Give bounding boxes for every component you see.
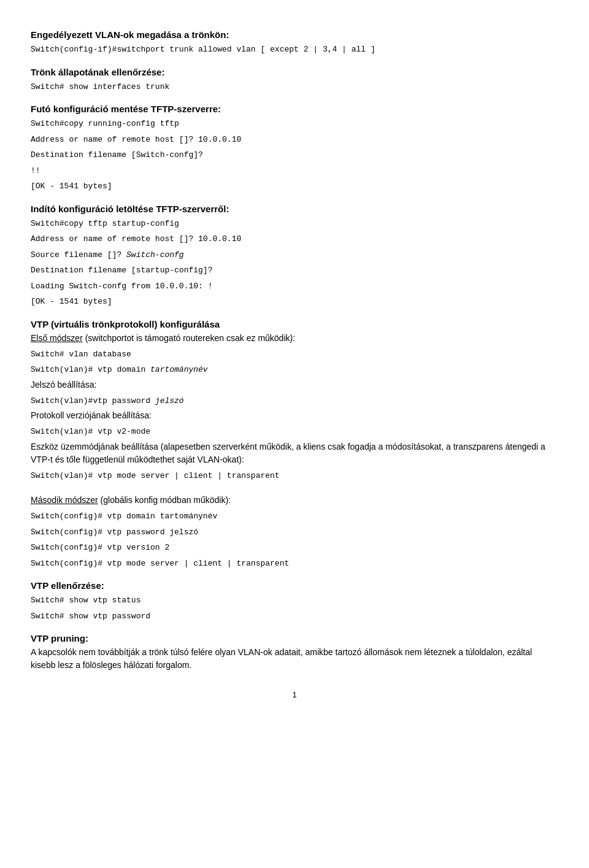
tftp-load-line5: Loading Switch-confg from 10.0.0.10: ! [31,279,558,293]
trunk-check-line1: Switch# show interfaces trunk [31,80,558,93]
vtp-m1-line1: Switch# vlan database [31,347,558,361]
vtp-m2-line3: Switch(config)# vtp version 2 [31,540,558,554]
vtp-m1-eszkolabel: Eszköz üzemmódjának beállítása (alapeset… [31,440,558,466]
vlan-allowed-line1: Switch(config-if)#switchport trunk allow… [31,42,558,56]
tftp-save-line1: Switch#copy running-config tftp [31,117,558,130]
tftp-load-code1: Switch#copy tftp startup-config [31,219,179,228]
tftp-load-code2: Address or name of remote host []? 10.0.… [31,234,241,244]
vtp-method1-label: Első módszer (switchportot is támogató r… [31,332,558,345]
vtp-m1-code1: Switch# vlan database [31,350,131,359]
section-vtp-pruning: VTP pruning: A kapcsolók nem továbbítják… [31,633,558,672]
section-tftp-load: Indító konfiguráció letöltése TFTP-szerv… [31,204,558,308]
page-number: 1 [31,690,558,699]
tftp-load-code6: [OK - 1541 bytes] [31,297,112,306]
vtp-method2-label: Második módszer (globális konfig módban … [31,494,558,507]
vtp-m2-code2: Switch(config)# vtp password jelszó [31,528,198,537]
vtp-m2-code3: Switch(config)# vtp version 2 [31,543,169,552]
vtp-check-line2: Switch# show vtp password [31,609,558,623]
heading-tftp-save: Futó konfiguráció mentése TFTP-szerverre… [31,104,558,114]
tftp-save-line4: !! [31,164,558,177]
tftp-load-line6: [OK - 1541 bytes] [31,294,558,308]
tftp-load-line3: Source filename []? Switch-confg [31,248,558,261]
tftp-save-code2: Address or name of remote host []? 10.0.… [31,135,241,144]
tftp-save-line5: [OK - 1541 bytes] [31,179,558,193]
heading-vtp-pruning: VTP pruning: [31,633,558,643]
vtp-check-code2: Switch# show vtp password [31,612,150,621]
tftp-save-code4: !! [31,166,40,175]
vtp-m1-line3: Switch(vlan)#vtp password jelszó [31,394,558,407]
tftp-load-line1: Switch#copy tftp startup-config [31,217,558,230]
vtp-m1-code3a: Switch(vlan)#vtp password [31,396,155,405]
vtp-m1-code5: Switch(vlan)# vtp mode server | client |… [31,471,280,480]
vtp-method2-underline: Második módszer [31,495,98,505]
heading-vtp-check: VTP ellenőrzése: [31,580,558,591]
vtp-method2-rest: (globális konfig módban működik): [98,495,231,505]
vtp-m1-code2b: tartománynév [150,365,208,374]
tftp-load-line4: Destination filename [startup-config]? [31,263,558,277]
vtp-m1-line2: Switch(vlan)# vtp domain tartománynév [31,363,558,376]
vlan-allowed-code: Switch(config-if)#switchport trunk allow… [31,45,375,54]
tftp-load-line2: Address or name of remote host []? 10.0.… [31,232,558,245]
tftp-load-code5: Loading Switch-confg from 10.0.0.10: ! [31,282,212,291]
section-trunk-check: Trönk állapotának ellenőrzése: Switch# s… [31,67,558,93]
tftp-load-text3a: Source filename []? [31,250,126,259]
trunk-check-code: Switch# show interfaces trunk [31,82,169,91]
section-vlan-allowed: Engedélyezett VLAN-ok megadása a trönkön… [31,29,558,56]
vtp-m1-jelszolabel-text: Jelszó beállítása: [31,380,96,390]
vtp-m2-code4: Switch(config)# vtp mode server | client… [31,559,289,568]
vtp-m1-protokolllabel-text: Protokoll verziójának beállítása: [31,410,152,420]
vtp-m2-code1: Switch(config)# vtp domain tartománynév [31,512,217,521]
vtp-m1-code3b: jelszó [155,396,184,405]
heading-tftp-load: Indító konfiguráció letöltése TFTP-szerv… [31,204,558,214]
heading-vtp-config: VTP (virtuális trönkprotokoll) konfigurá… [31,319,558,329]
vtp-pruning-body: A kapcsolók nem továbbítják a trönk túls… [31,646,558,672]
heading-trunk-check: Trönk állapotának ellenőrzése: [31,67,558,77]
tftp-load-code4: Destination filename [startup-config]? [31,266,212,275]
vtp-check-code1: Switch# show vtp status [31,596,141,605]
vtp-m2-line4: Switch(config)# vtp mode server | client… [31,556,558,570]
vtp-check-line1: Switch# show vtp status [31,593,558,607]
tftp-save-code3: Destination filename [Switch-confg]? [31,150,203,159]
vtp-m1-jelszolabel: Jelszó beállítása: [31,378,558,391]
tftp-save-code5: [OK - 1541 bytes] [31,182,112,191]
vtp-m1-code4: Switch(vlan)# vtp v2-mode [31,427,150,436]
vtp-method1-rest: (switchportot is támogató routereken csa… [83,333,295,343]
tftp-save-code1: Switch#copy running-config tftp [31,119,179,128]
section-vtp-config: VTP (virtuális trönkprotokoll) konfigurá… [31,319,558,570]
vtp-m1-eszkolabel-text: Eszköz üzemmódjának beállítása (alapeset… [31,442,545,464]
vtp-m1-protokolllabel: Protokoll verziójának beállítása: [31,409,558,422]
vtp-m2-line2: Switch(config)# vtp password jelszó [31,525,558,539]
vtp-method1-underline: Első módszer [31,333,83,343]
vtp-m1-code2a: Switch(vlan)# vtp domain [31,365,150,374]
heading-vlan-allowed: Engedélyezett VLAN-ok megadása a trönkön… [31,29,558,40]
tftp-save-line2: Address or name of remote host []? 10.0.… [31,133,558,146]
vtp-m1-line4: Switch(vlan)# vtp v2-mode [31,424,558,438]
section-vtp-check: VTP ellenőrzése: Switch# show vtp status… [31,580,558,622]
tftp-load-code3b: Switch-confg [126,250,184,259]
page-content: Engedélyezett VLAN-ok megadása a trönkön… [31,29,558,699]
vtp-m2-line1: Switch(config)# vtp domain tartománynév [31,509,558,523]
section-tftp-save: Futó konfiguráció mentése TFTP-szerverre… [31,104,558,193]
vtp-m1-line5: Switch(vlan)# vtp mode server | client |… [31,469,558,482]
tftp-save-line3: Destination filename [Switch-confg]? [31,148,558,161]
